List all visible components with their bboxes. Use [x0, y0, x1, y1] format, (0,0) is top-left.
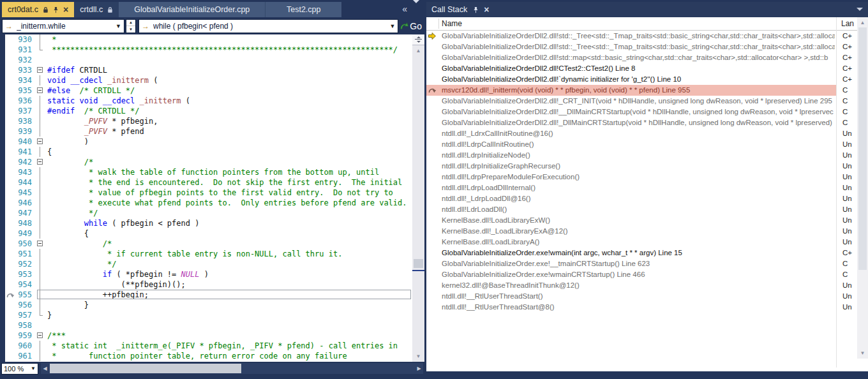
outlining-margin[interactable]: [37, 85, 47, 96]
stack-frame-row[interactable]: ntdll.dll!_LdrpLoadDll@16()Un: [426, 193, 868, 204]
outlining-margin[interactable]: [37, 351, 47, 361]
scroll-tabs-icon[interactable]: «: [402, 4, 407, 14]
outlining-margin[interactable]: [37, 45, 47, 55]
stack-frame-row[interactable]: KernelBase.dll!LoadLibraryExW()Un: [426, 215, 868, 226]
stack-frame-row[interactable]: GlobalVariableInitializeOrderDll2.dll!__…: [426, 107, 868, 117]
pin-icon[interactable]: [53, 6, 59, 13]
outlining-margin[interactable]: [37, 249, 47, 259]
stack-frame-row[interactable]: GlobalVariableInitializeOrderDll2.dll!_C…: [426, 96, 868, 107]
outlining-margin[interactable]: [37, 290, 47, 300]
outlining-margin[interactable]: [37, 167, 47, 177]
spin-up-icon[interactable]: ▲: [126, 20, 135, 27]
code-line[interactable]: 943 * walk the table of function pointer…: [0, 167, 412, 177]
splitter-handle[interactable]: [412, 34, 424, 45]
code-line[interactable]: 930 *: [0, 34, 412, 45]
outlining-margin[interactable]: [37, 177, 47, 188]
stack-frame-row[interactable]: ntdll.dll!LdrLoadDll()Un: [426, 204, 868, 215]
stack-frame-row[interactable]: KernelBase.dll!LoadLibraryA()Un: [426, 237, 868, 248]
collapse-minus-icon[interactable]: [37, 332, 43, 338]
code-line[interactable]: 954 (**pfbegin)();: [0, 279, 412, 290]
outlining-margin[interactable]: [37, 75, 47, 85]
outlining-margin[interactable]: [37, 259, 47, 269]
code-line[interactable]: 950 /*: [0, 239, 412, 249]
stack-frame-row[interactable]: msvcr120d.dll!_initterm(void (void) * * …: [426, 85, 868, 96]
stack-frame-row[interactable]: GlobalVariableInitializeOrderDll2.dll!st…: [426, 31, 868, 41]
stack-frame-row[interactable]: ntdll.dll!__RtlUserThreadStart@8()Un: [426, 302, 868, 313]
outlining-margin[interactable]: [37, 208, 47, 218]
stack-frame-row[interactable]: GlobalVariableInitializeOrderDll2.dll!`d…: [426, 74, 868, 85]
scope-dropdown[interactable]: → _initterm.while ▼: [2, 19, 124, 33]
code-line[interactable]: 949 {: [0, 228, 412, 239]
outlining-margin[interactable]: [37, 331, 47, 341]
stack-frame-row[interactable]: ntdll.dll!_LdrxCallInitRoutine@16()Un: [426, 128, 868, 139]
code-line[interactable]: 944 * the end is encountered. Do not ski…: [0, 177, 412, 188]
tab-crt0dat[interactable]: crt0dat.c ×: [2, 2, 74, 17]
code-line[interactable]: 947 */: [0, 208, 412, 218]
outlining-margin[interactable]: [37, 228, 47, 239]
code-line[interactable]: 940 ): [0, 137, 412, 147]
outlining-margin[interactable]: [37, 137, 47, 147]
stack-frame-row[interactable]: GlobalVariableInitializeOrder.exe!wmain(…: [426, 248, 868, 258]
stack-frame-row[interactable]: GlobalVariableInitializeOrder.exe!wmainC…: [426, 269, 868, 280]
stack-frame-row[interactable]: ntdll.dll!LdrpLoadDllInternal()Un: [426, 182, 868, 193]
stack-frame-row[interactable]: kernel32.dll!@BaseThreadInitThunk@12()Un: [426, 280, 868, 291]
collapse-minus-icon[interactable]: [37, 138, 43, 144]
window-position-icon[interactable]: [857, 8, 863, 11]
code-line[interactable]: 941{: [0, 147, 412, 157]
stack-frame-row[interactable]: ntdll.dll!LdrpInitializeNode()Un: [426, 150, 868, 161]
outlining-margin[interactable]: [37, 96, 47, 106]
stack-frame-row[interactable]: GlobalVariableInitializeOrderDll2.dll!st…: [426, 52, 868, 63]
scroll-down-icon[interactable]: ▼: [412, 352, 424, 361]
callstack-vertical-scrollbar[interactable]: ▲ ▼: [857, 17, 868, 359]
code-line[interactable]: 931 ************************************…: [0, 45, 412, 55]
scroll-up-icon[interactable]: ▲: [857, 18, 868, 27]
code-line[interactable]: 935#else /* CRTDLL */: [0, 85, 412, 96]
stack-frame-row[interactable]: GlobalVariableInitializeOrderDll2.dll!CT…: [426, 63, 868, 74]
scroll-left-icon[interactable]: ◀: [41, 363, 49, 374]
code-line[interactable]: 933#ifdef CRTDLL: [0, 65, 412, 75]
zoom-dropdown[interactable]: 100 % ▼: [1, 363, 38, 375]
scroll-down-icon[interactable]: ▼: [857, 348, 868, 358]
code-line[interactable]: 952 */: [0, 259, 412, 269]
scrollbar-thumb[interactable]: [50, 364, 241, 373]
code-line[interactable]: 956 }: [0, 300, 412, 310]
outlining-margin[interactable]: [37, 198, 47, 208]
outlining-margin[interactable]: [37, 341, 47, 351]
window-list-icon[interactable]: [413, 3, 419, 15]
outlining-margin[interactable]: [37, 218, 47, 228]
outlining-margin[interactable]: [37, 188, 47, 198]
outlining-margin[interactable]: [37, 320, 47, 331]
code-line[interactable]: 938 _PVFV * pfbegin,: [0, 116, 412, 126]
stack-frame-row[interactable]: ntdll.dll!LdrpCallInitRoutine()Un: [426, 139, 868, 150]
scrollbar-thumb[interactable]: [414, 259, 423, 268]
code-line[interactable]: 948 while ( pfbegin < pfend ): [0, 218, 412, 228]
scrollbar-thumb[interactable]: [858, 27, 867, 270]
tab-globalvariableinitializeorder[interactable]: GlobalVariableInitializeOrder.cpp: [119, 2, 265, 17]
pin-icon[interactable]: [473, 6, 479, 13]
outlining-margin[interactable]: [37, 269, 47, 279]
close-icon[interactable]: ×: [484, 4, 489, 15]
outlining-margin[interactable]: [37, 55, 47, 65]
editor-horizontal-scrollbar[interactable]: ◀ ▶: [41, 363, 423, 374]
outlining-margin[interactable]: [37, 65, 47, 75]
code-line[interactable]: 951 * if current table entry is non-NULL…: [0, 249, 412, 259]
code-line[interactable]: 946 * execute what pfend points to. Only…: [0, 198, 412, 208]
code-line[interactable]: 959/***: [0, 331, 412, 341]
outlining-margin[interactable]: [37, 157, 47, 167]
go-button[interactable]: Go: [400, 21, 422, 31]
outlining-margin[interactable]: [37, 239, 47, 249]
code-line[interactable]: 932: [0, 55, 412, 65]
outlining-margin[interactable]: [37, 106, 47, 116]
stack-frame-row[interactable]: KernelBase.dll!_LoadLibraryExA@12()Un: [426, 226, 868, 237]
code-line[interactable]: 934void __cdecl _initterm (: [0, 75, 412, 85]
tab-test2[interactable]: Test2.cpp: [265, 2, 341, 17]
scope-spinner[interactable]: ▲▼: [126, 19, 136, 33]
spin-down-icon[interactable]: ▼: [126, 26, 135, 33]
editor-vertical-scrollbar[interactable]: ▲ ▼: [412, 34, 424, 362]
column-header-language[interactable]: Lan: [841, 19, 854, 28]
collapse-minus-icon[interactable]: [37, 67, 43, 73]
column-header-name[interactable]: Name: [442, 19, 462, 28]
callstack-titlebar[interactable]: Call Stack ×: [426, 2, 868, 17]
stack-frame-row[interactable]: ntdll.dll!LdrpPrepareModuleForExecution(…: [426, 172, 868, 182]
code-line[interactable]: 961 * function pointer table, return err…: [0, 351, 412, 361]
